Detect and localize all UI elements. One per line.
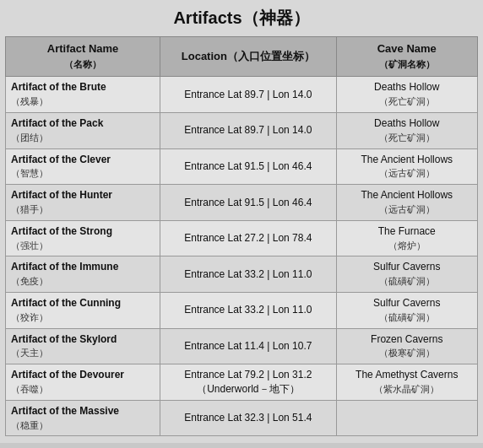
table-row: Artifact of the Massive（稳重）Entrance Lat … xyxy=(6,400,478,436)
cave-name-cn: （熔炉） xyxy=(388,240,426,251)
cave-name-cn: （远古矿洞） xyxy=(379,168,435,178)
artifact-name-cell: Artifact of the Brute（残暴） xyxy=(6,77,160,113)
location-cell: Entrance Lat 33.2 | Lon 11.0 xyxy=(160,292,336,328)
artifact-name-en: Artifact of the Immune xyxy=(11,261,118,273)
table-row: Artifact of the Pack（团结）Entrance Lat 89.… xyxy=(6,112,478,148)
table-row: Artifact of the Brute（残暴）Entrance Lat 89… xyxy=(6,77,478,113)
artifact-name-cell: Artifact of the Skylord（天主） xyxy=(6,328,160,364)
table-row: Artifact of the Devourer（吞噬）Entrance Lat… xyxy=(6,364,478,401)
location-cell: Entrance Lat 91.5 | Lon 46.4 xyxy=(160,185,336,221)
location-cell: Entrance Lat 33.2 | Lon 11.0 xyxy=(160,256,336,293)
table-header-row: Artifact Name（名称） Location（入口位置坐标） Cave … xyxy=(6,37,478,77)
location-cell: Entrance Lat 27.2 | Lon 78.4 xyxy=(160,220,336,256)
cave-name-cell: The Furnace（熔炉） xyxy=(336,220,477,256)
cave-name-cell: The Ancient Hollows（远古矿洞） xyxy=(336,185,477,221)
table-row: Artifact of the Skylord（天主）Entrance Lat … xyxy=(6,328,478,364)
cave-name-en: Frozen Caverns xyxy=(371,333,442,345)
artifacts-table: Artifact Name（名称） Location（入口位置坐标） Cave … xyxy=(5,36,478,436)
artifact-name-cell: Artifact of the Cunning（狡诈） xyxy=(6,292,160,328)
cave-name-cn: （远古矿洞） xyxy=(379,204,435,214)
location-cell: Entrance Lat 91.5 | Lon 46.4 xyxy=(160,148,336,185)
artifact-name-cn: （残暴） xyxy=(11,96,48,106)
artifact-name-cell: Artifact of the Strong（强壮） xyxy=(6,220,160,256)
cave-name-cell: Sulfur Caverns（硫磺矿洞） xyxy=(336,292,477,328)
page-title: Artifacts（神器） xyxy=(5,7,478,30)
artifact-name-cn: （稳重） xyxy=(11,420,48,430)
cave-name-en: The Ancient Hollows xyxy=(361,154,453,165)
header-artifact: Artifact Name（名称） xyxy=(6,37,160,77)
cave-name-cn: （紫水晶矿洞） xyxy=(374,384,439,394)
artifact-name-cell: Artifact of the Hunter（猎手） xyxy=(6,185,160,221)
cave-name-cell: The Amethyst Caverns（紫水晶矿洞） xyxy=(336,364,477,401)
artifact-name-cn: （强壮） xyxy=(11,240,48,251)
cave-name-cn: （硫磺矿洞） xyxy=(379,312,435,322)
cave-name-en: The Furnace xyxy=(378,225,436,237)
cave-name-cell: Frozen Caverns（极寒矿洞） xyxy=(336,328,477,364)
location-cell: Entrance Lat 32.3 | Lon 51.4 xyxy=(160,400,336,436)
table-row: Artifact of the Clever（智慧）Entrance Lat 9… xyxy=(6,148,478,185)
artifact-name-cell: Artifact of the Massive（稳重） xyxy=(6,400,160,436)
table-row: Artifact of the Cunning（狡诈）Entrance Lat … xyxy=(6,292,478,328)
cave-name-cn: （硫磺矿洞） xyxy=(379,276,435,286)
cave-name-en: Deaths Hollow xyxy=(374,81,439,93)
cave-name-cn: （极寒矿洞） xyxy=(379,348,435,358)
artifact-name-cn: （猎手） xyxy=(11,204,48,214)
artifact-name-en: Artifact of the Skylord xyxy=(11,333,117,345)
artifact-name-cell: Artifact of the Immune（免疫） xyxy=(6,256,160,293)
artifact-name-en: Artifact of the Devourer xyxy=(11,369,124,381)
location-cell: Entrance Lat 11.4 | Lon 10.7 xyxy=(160,328,336,364)
artifact-name-cell: Artifact of the Devourer（吞噬） xyxy=(6,364,160,401)
artifact-name-en: Artifact of the Strong xyxy=(11,225,112,237)
location-cell: Entrance Lat 79.2 | Lon 31.2（Underworld－… xyxy=(160,364,336,401)
cave-name-cn: （死亡矿洞） xyxy=(379,132,435,143)
artifact-name-cn: （狡诈） xyxy=(11,312,48,322)
artifact-name-en: Artifact of the Clever xyxy=(11,154,111,165)
location-cell: Entrance Lat 89.7 | Lon 14.0 xyxy=(160,77,336,113)
artifact-name-en: Artifact of the Massive xyxy=(11,405,119,417)
table-row: Artifact of the Hunter（猎手）Entrance Lat 9… xyxy=(6,185,478,221)
main-container: Artifacts（神器） Artifact Name（名称） Location… xyxy=(0,0,483,443)
cave-name-en: Sulfur Caverns xyxy=(373,297,440,309)
artifact-name-en: Artifact of the Cunning xyxy=(11,297,121,309)
table-row: Artifact of the Immune（免疫）Entrance Lat 3… xyxy=(6,256,478,293)
header-location: Location（入口位置坐标） xyxy=(160,37,336,77)
cave-name-cell xyxy=(336,400,477,436)
cave-name-en: The Amethyst Caverns xyxy=(355,369,458,381)
artifact-name-cell: Artifact of the Pack（团结） xyxy=(6,112,160,148)
cave-name-en: The Ancient Hollows xyxy=(361,189,453,201)
artifact-name-en: Artifact of the Brute xyxy=(11,81,106,93)
artifact-name-cn: （天主） xyxy=(11,348,48,358)
cave-name-en: Deaths Hollow xyxy=(374,117,439,129)
artifact-name-cell: Artifact of the Clever（智慧） xyxy=(6,148,160,185)
cave-name-cell: Deaths Hollow（死亡矿洞） xyxy=(336,112,477,148)
artifact-name-cn: （智慧） xyxy=(11,168,48,178)
cave-name-cell: Deaths Hollow（死亡矿洞） xyxy=(336,77,477,113)
location-cell: Entrance Lat 89.7 | Lon 14.0 xyxy=(160,112,336,148)
artifact-name-en: Artifact of the Hunter xyxy=(11,189,112,201)
cave-name-cell: Sulfur Caverns（硫磺矿洞） xyxy=(336,256,477,293)
cave-name-en: Sulfur Caverns xyxy=(373,261,440,273)
artifact-name-cn: （吞噬） xyxy=(11,384,48,394)
table-row: Artifact of the Strong（强壮）Entrance Lat 2… xyxy=(6,220,478,256)
artifact-name-cn: （免疫） xyxy=(11,276,48,286)
artifact-name-cn: （团结） xyxy=(11,132,48,143)
artifact-name-en: Artifact of the Pack xyxy=(11,117,103,129)
cave-name-cn: （死亡矿洞） xyxy=(379,96,435,106)
header-cave: Cave Name（矿洞名称） xyxy=(336,37,477,77)
cave-name-cell: The Ancient Hollows（远古矿洞） xyxy=(336,148,477,185)
